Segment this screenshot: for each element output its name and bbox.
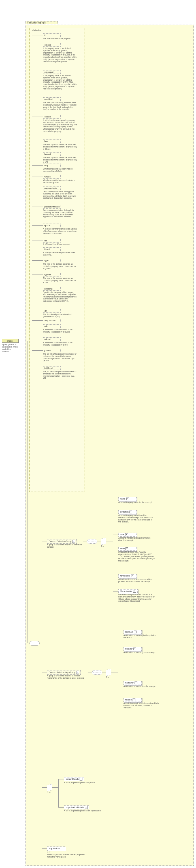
attribute-desc: One or many constraints that apply to pu… [43,190,77,199]
extension-any-other: any ##other [47,846,65,850]
root-sequence [29,641,40,646]
attribute-desc: A concept identifier expressed as a free… [43,252,77,256]
expander-icon: + [135,682,137,684]
attribute-name: pubconstrainturi [43,205,61,209]
attribute-why: whyWhy the metadata has been included - … [43,163,77,173]
attribute-desc: The type of the concept assigned as cont… [43,277,77,284]
attribute-name: any ##other [43,319,61,322]
crg-child-desc: An identifier of a more specific concept… [123,685,160,687]
type-tab: FlexAuthorPropType [26,21,58,24]
attribute-dir: dirThe directionality of textual content… [43,309,77,318]
choice-child-persondetails: personDetails+ [64,777,84,781]
cdg-child-desc: Represents the position of a concept in … [118,593,155,602]
cdg-label: ConceptDefinitionGroup [49,540,72,542]
attribute-desc: If set to true the corresponding propert… [43,119,77,132]
expander-icon: − [76,671,79,674]
attribute-modified: modifiedThe date (and, optionally, the t… [43,97,77,111]
attribute-desc: If the property value is not defined, sp… [43,47,77,63]
cdg-child-name: name+ [118,497,137,501]
attribute-name: qcode [43,224,61,227]
attribute-name: typeuri [43,273,61,277]
attribute-name: creator [43,43,61,47]
expander-icon: + [85,806,87,809]
expander-icon: + [133,648,136,650]
attribute-name: howuri [43,152,61,156]
crg-label: ConceptRelationshipsGroup [49,671,75,674]
attribute-desc: The local identifier of the property. [43,38,77,40]
choice-child-organisationdetails: organisationDetails+ [64,805,89,809]
attribute-desc: If the property value is not defined, sp… [43,74,77,90]
attribute-any---other: any ##other [43,319,61,322]
attribute-name: type [43,259,61,262]
attribute-creator: creatorIf the property value is not defi… [43,43,77,63]
cdg-child-desc: In NewsML 1.8 and later, 'facet' is depr… [118,551,155,562]
cdg-child-desc: A natural language definition of the sem… [118,514,155,523]
attribute-desc: Specifies the language of this property … [43,291,77,302]
attribute-name: role [43,324,61,328]
attribute-creatoruri: creatoruriIf the property value is not d… [43,70,77,90]
attribute-roleuri: roleuriA refinement of the semantics of … [43,337,77,346]
expander-icon: + [133,699,135,701]
attribute-desc: The job title of the person who created … [43,370,77,379]
attribute-desc: A refinement of the semantics of the pro… [43,329,77,333]
attribute-desc: The date (and, optionally, the time) whe… [43,102,77,111]
attribute-name: xml:lang [43,287,61,291]
expander-icon: − [72,540,75,543]
attribute-jobtitle: jobtitleThe job title of the person who … [43,349,77,362]
attribute-uri: uriA URI which identifies a concept. [43,239,77,245]
attribute-desc: Indicates by which means the value was e… [43,156,77,163]
attribute-desc: A URI which identifies a concept. [43,243,77,245]
ext-desc: Extension point for provider-defined pro… [47,854,87,858]
attribute-jobtitleuri: jobtitleuriThe job title of the person w… [43,366,77,379]
cdg-sequence [87,539,97,544]
expander-icon: + [125,533,128,536]
cdg-desc: A group of properties required to define… [47,544,87,548]
cdg-child-facet: facet+ [118,547,137,551]
attribute-name: jobtitle [43,349,61,352]
attribute-name: id [43,33,61,37]
cdg-child-hierarchyinfo: hierarchyInfo+ [118,589,138,593]
expander-icon: + [133,590,136,593]
attribute-id: idThe local identifier of the property. [43,33,77,40]
crg-child-narrower: narrower+ [123,681,142,685]
attribute-custom: customIf set to true the corresponding p… [43,115,77,132]
crg-sequence [92,670,102,675]
cdg-card: 0..∞ [101,545,104,547]
root-element: creator [2,339,19,343]
root-name: creator [7,340,13,342]
attribute-name: whyuri [43,175,61,179]
expander-icon: + [130,510,132,514]
cdg-child-remoteinfo: remoteInfo+ [118,574,137,578]
attribute-name: why [43,163,61,167]
choice-child-desc: A set of properties specific to an organ… [64,810,107,812]
crg-child-desc: A related concept, where the relationshi… [123,702,160,709]
attribute-qcode: qcodeA concept identifier expressed as a… [43,224,77,234]
concept-definition-group: ConceptDefinitionGroup− [47,539,77,544]
attribute-desc: Why the metadata has been included - exp… [43,179,77,184]
attribute-howuri: howuriIndicates by which means the value… [43,152,77,163]
attribute-desc: A concept identifier expressed as a stri… [43,228,77,234]
expander-icon: + [125,547,128,550]
crg-desc: A group of properties required to indica… [47,675,87,679]
root-desc: A party (person or organisation) which c… [2,344,19,352]
cdg-child-note: note+ [118,533,137,536]
details-card: 0..∞ [47,791,50,793]
attribute-desc: Indicates by which means the value was e… [43,144,77,150]
crg-child-sameas: sameAs+ [123,630,142,634]
attribute-literal: literalA concept identifier expressed as… [43,247,77,256]
attr-section-label: attributes [32,29,41,31]
attribute-name: uri [43,239,61,243]
attribute-pubconstrainturi: pubconstrainturiOne or many constraints … [43,205,77,218]
crg-child-broader: broader+ [123,647,142,651]
crg-child-desc: An identifier of a more generic concept. [123,651,160,653]
expander-icon: + [134,630,137,633]
attribute-name: dir [43,309,61,313]
attribute-desc: Why the metadata has been included - exp… [43,168,77,173]
crg-child-desc: An identifier of a concept with equivale… [123,634,160,639]
attribute-name: how [43,139,61,143]
attribute-role: roleA refinement of the semantics of the… [43,324,77,333]
attribute-name: literal [43,247,61,251]
ext-card: 0..∞ [47,851,50,853]
attribute-type: typeThe type of the concept assigned as … [43,259,77,270]
attribute-xml-lang: xml:langSpecifies the language of this p… [43,287,77,302]
